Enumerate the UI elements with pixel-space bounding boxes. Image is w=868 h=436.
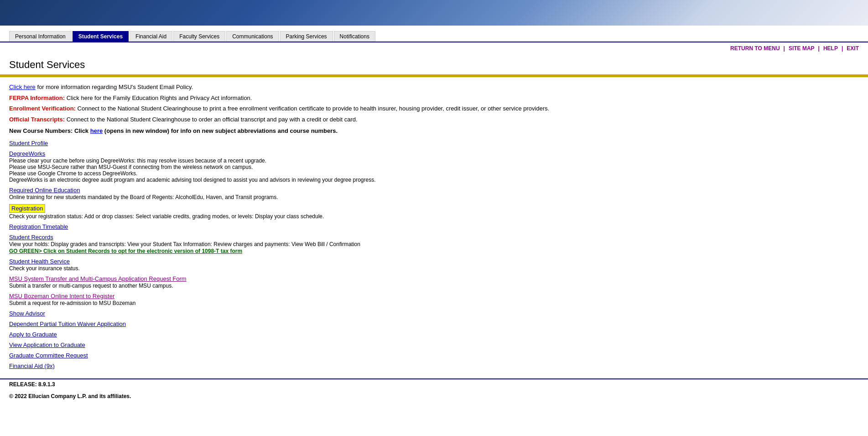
email-policy-text: for more information regarding MSU's Stu… <box>36 84 193 90</box>
required-online-education-desc: Online training for new students mandate… <box>9 194 859 200</box>
required-online-education-link[interactable]: Required Online Education <box>9 187 859 194</box>
graduate-committee-link[interactable]: Graduate Committee Request <box>9 352 859 359</box>
menu-item-student-records: Student Records View your holds: Display… <box>9 234 859 254</box>
tab-student-services[interactable]: Student Services <box>73 31 129 42</box>
copyright-text: © 2022 Ellucian Company L.P. and its aff… <box>9 393 131 399</box>
tab-parking-services[interactable]: Parking Services <box>280 31 333 42</box>
release-text: RELEASE: 8.9.1.3 <box>9 381 55 388</box>
go-green-link[interactable]: GO GREEN> Click on Student Records to op… <box>9 248 242 254</box>
msu-transfer-desc: Submit a transfer or multi-campus reques… <box>9 283 859 289</box>
registration-desc: Check your registration status: Add or d… <box>9 213 859 220</box>
copyright: © 2022 Ellucian Company L.P. and its aff… <box>0 389 868 403</box>
page-title: Student Services <box>0 54 868 74</box>
student-records-link[interactable]: Student Records <box>9 234 859 241</box>
menu-item-apply-graduate: Apply to Graduate <box>9 331 859 338</box>
ferpa-text: Click here for the Family Education Righ… <box>67 95 252 101</box>
ferpa-label: FERPA Information: <box>9 95 65 101</box>
registration-highlight: Registration <box>9 204 45 213</box>
menu-item-student-health: Student Health Service Check your insura… <box>9 258 859 272</box>
msu-bozeman-link[interactable]: MSU Bozeman Online Intent to Register <box>9 293 859 299</box>
student-health-desc: Check your insurance status. <box>9 265 859 272</box>
new-course-suffix: (opens in new window) for info on new su… <box>103 127 338 134</box>
tab-financial-aid[interactable]: Financial Aid <box>130 31 172 42</box>
transcripts-text: Connect to the National Student Clearing… <box>67 116 358 123</box>
header-banner <box>0 0 868 27</box>
exit-link[interactable]: EXIT <box>847 45 859 52</box>
email-policy-line: Click here for more information regardin… <box>9 83 859 92</box>
tab-personal-information[interactable]: Personal Information <box>9 31 72 42</box>
show-advisor-link[interactable]: Show Advisor <box>9 310 859 317</box>
msu-bozeman-desc: Submit a request for re-admission to MSU… <box>9 300 859 306</box>
footer-bar: RELEASE: 8.9.1.3 <box>0 378 868 389</box>
menu-item-student-profile: Student Profile <box>9 140 859 147</box>
main-content: Click here for more information regardin… <box>0 83 868 369</box>
menu-item-registration: Registration Check your registration sta… <box>9 204 859 220</box>
new-course-line: New Course Numbers: Click here (opens in… <box>9 127 859 134</box>
student-records-desc: View your holds: Display grades and tran… <box>9 241 859 247</box>
registration-link[interactable]: Registration <box>9 204 859 213</box>
transcripts-line: Official Transcripts: Connect to the Nat… <box>9 115 859 124</box>
registration-timetable-link[interactable]: Registration Timetable <box>9 223 859 230</box>
menu-item-show-advisor: Show Advisor <box>9 310 859 317</box>
financial-aid-link[interactable]: Financial Aid (9x) <box>9 362 859 369</box>
msu-transfer-link[interactable]: MSU System Transfer and Multi-Campus App… <box>9 275 859 282</box>
new-course-link[interactable]: here <box>90 127 103 134</box>
degreeworks-desc: Please clear your cache before using Deg… <box>9 158 859 183</box>
help-link[interactable]: HELP <box>823 45 838 52</box>
menu-item-financial-aid: Financial Aid (9x) <box>9 362 859 369</box>
site-map-link[interactable]: SITE MAP <box>789 45 815 52</box>
degreeworks-link[interactable]: DegreeWorks <box>9 150 859 157</box>
menu-item-msu-bozeman: MSU Bozeman Online Intent to Register Su… <box>9 293 859 306</box>
menu-item-graduate-committee: Graduate Committee Request <box>9 352 859 359</box>
view-graduate-link[interactable]: View Application to Graduate <box>9 341 859 348</box>
enrollment-label: Enrollment Verification: <box>9 105 76 112</box>
top-right-links: RETURN TO MENU | SITE MAP | HELP | EXIT <box>0 42 868 54</box>
student-records-go-green: GO GREEN> Click on Student Records to op… <box>9 248 859 254</box>
return-to-menu-link[interactable]: RETURN TO MENU <box>730 45 780 52</box>
student-health-link[interactable]: Student Health Service <box>9 258 859 265</box>
email-policy-link[interactable]: Click here <box>9 84 36 90</box>
transcripts-label: Official Transcripts: <box>9 116 65 123</box>
tuition-waiver-link[interactable]: Dependent Partial Tuition Waiver Applica… <box>9 320 859 327</box>
tab-communications[interactable]: Communications <box>226 31 279 42</box>
menu-item-tuition-waiver: Dependent Partial Tuition Waiver Applica… <box>9 320 859 327</box>
menu-item-required-online-education: Required Online Education Online trainin… <box>9 187 859 200</box>
nav-tabs: Personal Information Student Services Fi… <box>0 27 868 42</box>
enrollment-text: Connect to the National Student Clearing… <box>78 105 550 112</box>
tab-faculty-services[interactable]: Faculty Services <box>173 31 225 42</box>
menu-item-view-graduate: View Application to Graduate <box>9 341 859 348</box>
enrollment-line: Enrollment Verification: Connect to the … <box>9 104 859 113</box>
menu-item-registration-timetable: Registration Timetable <box>9 223 859 230</box>
new-course-prefix: New Course Numbers: Click <box>9 127 90 134</box>
gold-bar <box>0 74 868 77</box>
ferpa-line: FERPA Information: Click here for the Fa… <box>9 94 859 103</box>
menu-section: Student Profile DegreeWorks Please clear… <box>9 140 859 369</box>
menu-item-degreeworks: DegreeWorks Please clear your cache befo… <box>9 150 859 183</box>
tab-notifications[interactable]: Notifications <box>334 31 375 42</box>
menu-item-msu-transfer: MSU System Transfer and Multi-Campus App… <box>9 275 859 289</box>
student-profile-link[interactable]: Student Profile <box>9 140 859 147</box>
apply-graduate-link[interactable]: Apply to Graduate <box>9 331 859 338</box>
